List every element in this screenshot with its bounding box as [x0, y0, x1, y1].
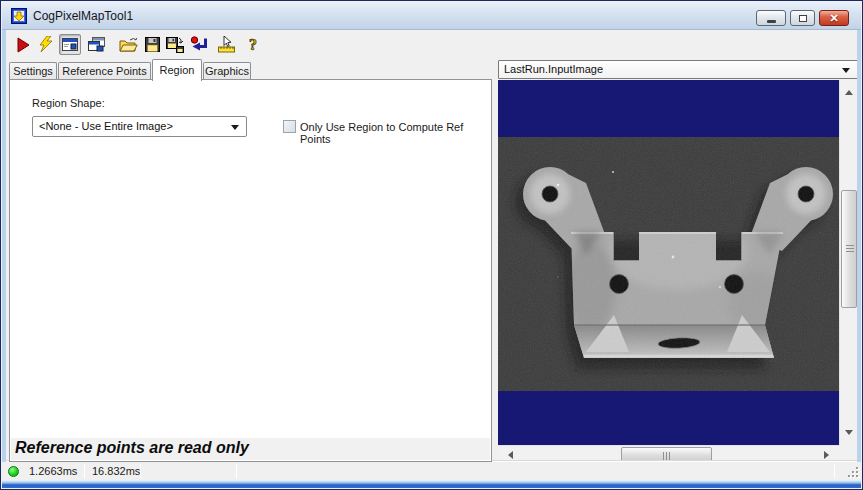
- vertical-scrollbar-thumb[interactable]: [841, 190, 857, 308]
- close-button[interactable]: ✕: [819, 10, 849, 26]
- chevron-down-icon: [231, 125, 239, 134]
- save-as-icon: [166, 37, 184, 53]
- region-shape-dropdown[interactable]: <None - Use Entire Image>: [32, 116, 247, 137]
- execution-time: 1.2663ms: [29, 465, 77, 477]
- scroll-right-icon[interactable]: [824, 451, 833, 459]
- svg-text:?: ?: [249, 36, 257, 53]
- show-result-window-button[interactable]: [59, 34, 81, 55]
- total-time: 16.832ms: [92, 465, 140, 477]
- run-button[interactable]: [12, 34, 34, 55]
- status-bar: 1.2663ms 16.832ms: [2, 461, 861, 480]
- save-as-button[interactable]: [164, 34, 186, 55]
- scroll-left-icon[interactable]: [504, 451, 513, 459]
- status-ok-icon: [8, 466, 19, 477]
- only-use-region-label: Only Use Region to Compute Ref Points: [300, 121, 491, 145]
- window-border-right: [857, 30, 861, 462]
- tab-graphics[interactable]: Graphics: [203, 62, 251, 80]
- tab-reference-points[interactable]: Reference Points: [58, 62, 151, 80]
- tab-region[interactable]: Region: [152, 59, 202, 81]
- trigger-button[interactable]: [35, 34, 57, 55]
- open-button[interactable]: [117, 34, 139, 55]
- close-icon: ✕: [829, 13, 838, 24]
- titlebar[interactable]: CogPixelMapTool1 ✕: [2, 2, 861, 30]
- thumb-grip-icon: [846, 245, 854, 246]
- app-icon[interactable]: [11, 8, 27, 24]
- window-title: CogPixelMapTool1: [33, 9, 133, 23]
- run-icon: [16, 37, 30, 53]
- lightning-icon: [39, 36, 53, 53]
- resize-grip[interactable]: [846, 465, 858, 477]
- open-folder-icon: [119, 37, 138, 52]
- bracket-photo: [498, 137, 839, 391]
- image-view-dropdown[interactable]: LastRun.InputImage: [498, 60, 858, 79]
- result-window-icon: [62, 38, 78, 51]
- vertical-scrollbar[interactable]: [839, 80, 858, 445]
- region-shape-label: Region Shape:: [32, 97, 105, 109]
- window-border-left: [2, 30, 6, 462]
- reset-icon: [190, 36, 208, 53]
- tab-settings[interactable]: Settings: [9, 62, 57, 80]
- scroll-down-icon[interactable]: [845, 430, 853, 439]
- cogpixelmaptool-window: CogPixelMapTool1 ✕: [0, 0, 863, 490]
- window-border-bottom: [2, 480, 861, 488]
- only-use-region-checkbox[interactable]: [283, 120, 296, 133]
- minimize-button[interactable]: [756, 10, 786, 26]
- scroll-up-icon[interactable]: [845, 86, 853, 95]
- new-window-icon: [88, 37, 105, 52]
- restore-icon: [799, 15, 807, 22]
- new-result-window-button[interactable]: [85, 34, 107, 55]
- measure-button[interactable]: [215, 34, 237, 55]
- reset-button[interactable]: [188, 34, 210, 55]
- image-display[interactable]: [498, 80, 839, 445]
- minimize-icon: [767, 20, 776, 23]
- help-icon: ?: [247, 36, 261, 54]
- chevron-down-icon: [842, 68, 850, 77]
- region-tab-page: Region Shape: <None - Use Entire Image> …: [9, 79, 492, 462]
- pointer-ruler-icon: [216, 36, 237, 53]
- toolbar: ?: [6, 30, 857, 58]
- save-icon: [145, 37, 160, 52]
- thumb-grip-icon: [663, 452, 664, 460]
- horizontal-scrollbar-thumb[interactable]: [621, 447, 712, 462]
- message-bar: Reference points are read only: [11, 438, 490, 460]
- save-button[interactable]: [141, 34, 163, 55]
- maximize-button[interactable]: [790, 10, 815, 26]
- readonly-message: Reference points are read only: [15, 439, 249, 457]
- help-button[interactable]: ?: [243, 34, 265, 55]
